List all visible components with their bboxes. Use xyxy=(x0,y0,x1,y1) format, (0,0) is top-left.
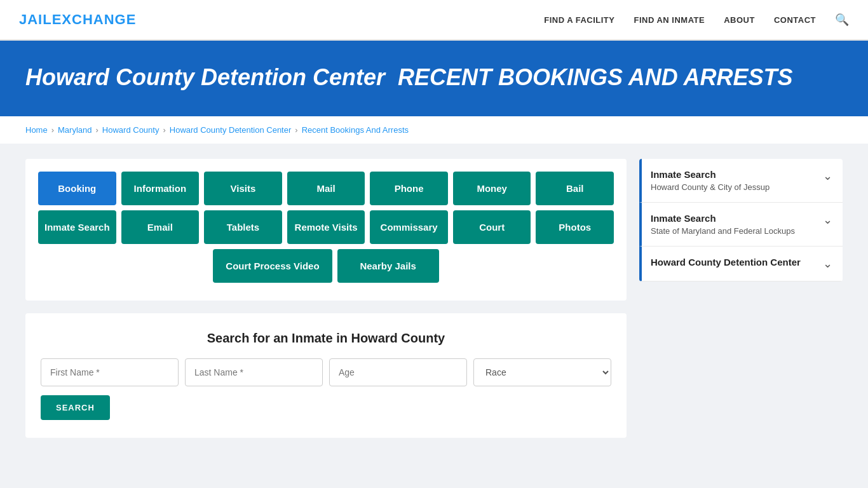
search-inputs: RaceWhiteBlackHispanicAsianOther xyxy=(41,358,611,386)
search-form: Search for an Inmate in Howard County Ra… xyxy=(25,313,627,438)
breadcrumb-item[interactable]: Howard County Detention Center xyxy=(170,125,292,135)
grid-button-booking[interactable]: Booking xyxy=(38,172,116,205)
hero-title: Howard County Detention Center RECENT BO… xyxy=(25,64,843,91)
logo-part2: EXCHANGE xyxy=(52,11,137,27)
grid-button-tablets[interactable]: Tablets xyxy=(204,210,282,244)
breadcrumb-separator: › xyxy=(295,125,297,135)
grid-button-photos[interactable]: Photos xyxy=(536,210,614,244)
chevron-down-icon: ⌄ xyxy=(823,213,832,227)
last-name-input[interactable] xyxy=(185,358,323,386)
grid-button-court-process-video[interactable]: Court Process Video xyxy=(213,249,332,283)
hero-title-italic: RECENT BOOKINGS AND ARRESTS xyxy=(398,64,792,90)
chevron-down-icon: ⌄ xyxy=(823,257,832,271)
content-area: BookingInformationVisitsMailPhoneMoneyBa… xyxy=(0,144,868,453)
search-form-title: Search for an Inmate in Howard County xyxy=(41,331,611,346)
grid-button-remote-visits[interactable]: Remote Visits xyxy=(287,210,365,244)
sidebar-card: Inmate Search Howard County & City of Je… xyxy=(639,159,843,281)
grid-button-visits[interactable]: Visits xyxy=(204,172,282,205)
sidebar-item-text: Howard County Detention Center xyxy=(651,257,801,270)
sidebar-item[interactable]: Howard County Detention Center ⌄ xyxy=(639,247,843,281)
sidebar-item[interactable]: Inmate Search State of Maryland and Fede… xyxy=(639,203,843,247)
grid-button-mail[interactable]: Mail xyxy=(287,172,365,205)
button-row-2: Inmate SearchEmailTabletsRemote VisitsCo… xyxy=(38,210,614,244)
logo-part1: JAIL xyxy=(19,11,52,27)
grid-button-commissary[interactable]: Commissary xyxy=(370,210,448,244)
sidebar-item-title: Inmate Search xyxy=(651,213,795,224)
sidebar-item-sub: State of Maryland and Federal Lockups xyxy=(651,226,795,236)
grid-button-phone[interactable]: Phone xyxy=(370,172,448,205)
chevron-down-icon: ⌄ xyxy=(823,169,832,183)
nav-links: FIND A FACILITYFIND AN INMATEABOUTCONTAC… xyxy=(544,13,849,27)
breadcrumb: Home›Maryland›Howard County›Howard Count… xyxy=(0,116,868,144)
left-column: BookingInformationVisitsMailPhoneMoneyBa… xyxy=(25,159,627,438)
race-select[interactable]: RaceWhiteBlackHispanicAsianOther xyxy=(473,358,611,386)
search-button[interactable]: SEARCH xyxy=(41,395,110,420)
sidebar-item[interactable]: Inmate Search Howard County & City of Je… xyxy=(639,159,843,203)
grid-button-inmate-search[interactable]: Inmate Search xyxy=(38,210,116,244)
breadcrumb-separator: › xyxy=(96,125,98,135)
grid-button-money[interactable]: Money xyxy=(453,172,531,205)
sidebar-item-text: Inmate Search State of Maryland and Fede… xyxy=(651,213,795,236)
nav-link-contact[interactable]: CONTACT xyxy=(774,15,816,25)
button-row-3: Court Process VideoNearby Jails xyxy=(38,249,614,283)
breadcrumb-separator: › xyxy=(163,125,165,135)
breadcrumb-item[interactable]: Maryland xyxy=(58,125,92,135)
sidebar-item-title: Inmate Search xyxy=(651,169,770,180)
hero-title-main: Howard County Detention Center xyxy=(25,64,385,90)
button-row-1: BookingInformationVisitsMailPhoneMoneyBa… xyxy=(38,172,614,205)
search-icon-button[interactable]: 🔍 xyxy=(835,13,849,27)
breadcrumb-item[interactable]: Home xyxy=(25,125,48,135)
sidebar-item-sub: Howard County & City of Jessup xyxy=(651,182,770,192)
grid-button-information[interactable]: Information xyxy=(121,172,200,205)
hero-section: Howard County Detention Center RECENT BO… xyxy=(0,41,868,116)
nav-link-find-facility[interactable]: FIND A FACILITY xyxy=(544,15,614,25)
sidebar-item-title: Howard County Detention Center xyxy=(651,257,801,268)
navbar: JAILEXCHANGE FIND A FACILITYFIND AN INMA… xyxy=(0,0,868,41)
breadcrumb-item[interactable]: Recent Bookings And Arrests xyxy=(302,125,409,135)
grid-button-nearby-jails[interactable]: Nearby Jails xyxy=(337,249,439,283)
grid-button-court[interactable]: Court xyxy=(453,210,531,244)
grid-button-bail[interactable]: Bail xyxy=(536,172,614,205)
breadcrumb-separator: › xyxy=(51,125,54,135)
breadcrumb-item[interactable]: Howard County xyxy=(102,125,159,135)
nav-link-find-inmate[interactable]: FIND AN INMATE xyxy=(634,15,705,25)
grid-button-email[interactable]: Email xyxy=(121,210,200,244)
button-grid: BookingInformationVisitsMailPhoneMoneyBa… xyxy=(25,159,627,301)
sidebar-item-text: Inmate Search Howard County & City of Je… xyxy=(651,169,770,192)
age-input[interactable] xyxy=(329,358,467,386)
right-sidebar: Inmate Search Howard County & City of Je… xyxy=(639,159,843,438)
brand-logo[interactable]: JAILEXCHANGE xyxy=(19,11,136,28)
nav-link-about[interactable]: ABOUT xyxy=(724,15,755,25)
first-name-input[interactable] xyxy=(41,358,179,386)
